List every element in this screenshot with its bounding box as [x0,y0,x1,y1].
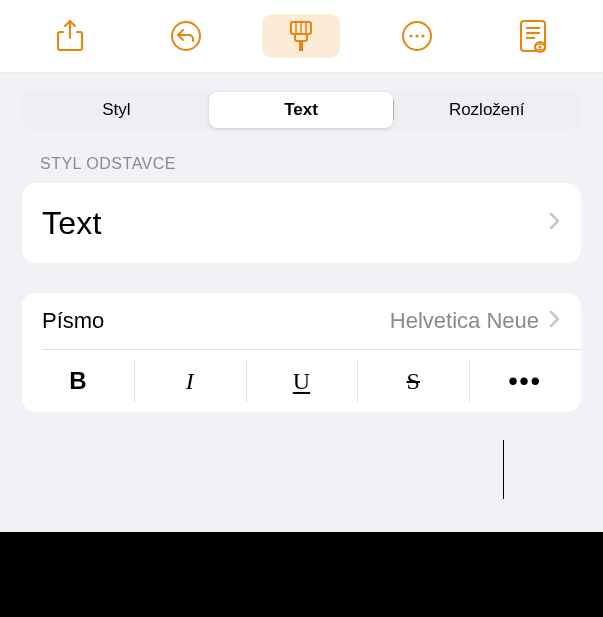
bold-button[interactable]: B [22,350,134,412]
more-glyph: ••• [508,368,541,394]
tab-text[interactable]: Text [209,92,394,128]
tab-label: Rozložení [449,100,525,120]
font-card: Písmo Helvetica Neue B I U S ••• [22,293,581,412]
text-style-row: B I U S ••• [22,350,581,412]
italic-glyph: I [186,368,194,395]
font-label: Písmo [42,308,390,334]
format-button[interactable] [262,14,340,58]
paragraph-style-row[interactable]: Text [22,183,581,263]
svg-point-3 [416,34,419,37]
italic-button[interactable]: I [134,350,246,412]
readmode-button[interactable] [494,14,572,58]
chevron-right-icon [549,308,561,334]
svg-point-4 [422,34,425,37]
segmented-control: Styl Text Rozložení [22,90,581,130]
underline-button[interactable]: U [246,350,358,412]
strike-button[interactable]: S [357,350,469,412]
svg-point-2 [410,34,413,37]
bottom-black-bar [0,532,603,617]
more-button[interactable] [378,14,456,58]
share-icon [57,20,83,52]
font-value: Helvetica Neue [390,308,539,334]
format-panel: STYL ODSTAVCE Text Písmo Helvetica Neue … [0,149,603,532]
tab-label: Text [284,100,318,120]
callout-line [503,440,504,499]
underline-glyph: U [293,368,310,395]
paragraph-style-value: Text [42,205,102,242]
bold-glyph: B [69,367,86,395]
tab-label: Styl [102,100,130,120]
chevron-right-icon [549,210,561,236]
readmode-icon [519,19,547,53]
format-brush-icon [287,20,315,52]
more-text-options-button[interactable]: ••• [469,350,581,412]
segmented-wrap: Styl Text Rozložení [0,73,603,149]
section-label-paragraph-style: STYL ODSTAVCE [22,149,581,183]
paragraph-style-card: Text [22,183,581,263]
strike-glyph: S [407,368,420,395]
undo-button[interactable] [147,14,225,58]
more-icon [401,20,433,52]
svg-point-11 [538,45,541,48]
share-button[interactable] [31,14,109,58]
font-row[interactable]: Písmo Helvetica Neue [22,293,581,349]
tab-rozlozeni[interactable]: Rozložení [394,92,579,128]
tab-styl[interactable]: Styl [24,92,209,128]
top-toolbar [0,0,603,73]
undo-icon [170,20,202,52]
